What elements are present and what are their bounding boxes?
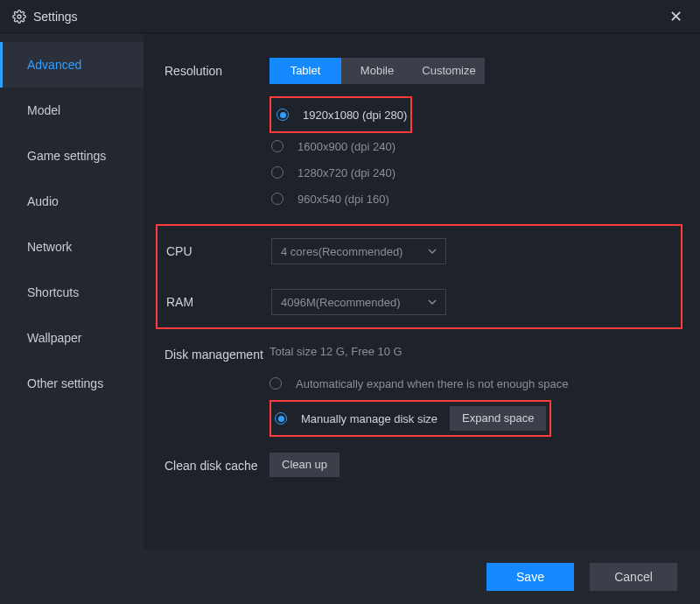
sidebar-item-other-settings[interactable]: Other settings	[0, 361, 144, 406]
sidebar-item-label: Network	[27, 240, 72, 254]
resolution-option-1600[interactable]: 1600x900 (dpi 240)	[271, 133, 682, 159]
close-icon[interactable]: ✕	[663, 9, 688, 25]
tab-mobile[interactable]: Mobile	[341, 58, 413, 84]
highlight-resolution: 1920x1080 (dpi 280)	[270, 96, 412, 133]
sidebar-item-label: Audio	[27, 194, 59, 208]
footer: Save Cancel	[0, 550, 700, 604]
radio-icon	[276, 109, 289, 121]
svg-point-0	[18, 15, 21, 18]
ram-dropdown[interactable]: 4096M(Recommended)	[271, 289, 446, 315]
resolution-mode-tabs: Tablet Mobile Customize	[270, 58, 485, 84]
cancel-button[interactable]: Cancel	[590, 563, 677, 591]
sidebar-item-model[interactable]: Model	[0, 88, 144, 133]
sidebar: Advanced Model Game settings Audio Netwo…	[0, 33, 144, 550]
ram-label: RAM	[161, 289, 271, 310]
highlight-cpu-ram: CPU 4 cores(Recommended) RAM	[156, 224, 682, 329]
cpu-label: CPU	[161, 238, 271, 259]
clean-row: Clean disk cache Clean up	[164, 453, 682, 477]
window-title: Settings	[33, 10, 78, 24]
resolution-options: 1920x1080 (dpi 280) 1600x900 (dpi 240) 1…	[270, 96, 682, 212]
radio-icon	[271, 140, 284, 152]
tab-tablet[interactable]: Tablet	[270, 58, 341, 84]
sidebar-item-label: Shortcuts	[27, 285, 79, 299]
resolution-row: Resolution Tablet Mobile Customize 1920x…	[164, 58, 682, 212]
settings-icon	[12, 10, 26, 24]
sidebar-item-label: Advanced	[27, 58, 81, 72]
clean-up-button[interactable]: Clean up	[270, 453, 340, 477]
radio-icon	[271, 166, 284, 179]
save-button[interactable]: Save	[486, 563, 574, 591]
sidebar-item-label: Other settings	[27, 376, 103, 390]
disk-auto-option[interactable]: Automatically expand when there is not e…	[270, 369, 682, 398]
radio-icon	[271, 193, 284, 205]
cpu-dropdown[interactable]: 4 cores(Recommended)	[271, 238, 446, 264]
disk-info: Total size 12 G, Free 10 G	[270, 341, 682, 358]
tab-customize[interactable]: Customize	[413, 58, 485, 84]
sidebar-item-game-settings[interactable]: Game settings	[0, 133, 144, 179]
main-panel: Resolution Tablet Mobile Customize 1920x…	[144, 33, 700, 550]
sidebar-item-wallpaper[interactable]: Wallpaper	[0, 315, 144, 361]
sidebar-item-shortcuts[interactable]: Shortcuts	[0, 270, 144, 315]
resolution-label: Resolution	[164, 58, 270, 79]
resolution-option-960[interactable]: 960x540 (dpi 160)	[271, 186, 682, 212]
sidebar-item-label: Model	[27, 103, 60, 117]
sidebar-item-audio[interactable]: Audio	[0, 179, 144, 224]
radio-icon	[270, 377, 282, 390]
disk-label: Disk management	[164, 341, 270, 362]
ram-row: RAM 4096M(Recommended)	[161, 289, 665, 315]
expand-space-button[interactable]: Expand space	[450, 406, 546, 431]
sidebar-item-label: Wallpaper	[27, 331, 82, 345]
disk-row: Disk management Total size 12 G, Free 10…	[164, 341, 682, 437]
chevron-down-icon	[428, 298, 437, 306]
disk-manual-option[interactable]: Manually manage disk size Expand space	[275, 405, 546, 432]
titlebar: Settings ✕	[0, 0, 700, 33]
resolution-option-1280[interactable]: 1280x720 (dpi 240)	[271, 159, 682, 186]
clean-label: Clean disk cache	[164, 453, 270, 474]
resolution-option-1920[interactable]: 1920x1080 (dpi 280)	[276, 102, 407, 128]
sidebar-item-label: Game settings	[27, 149, 106, 163]
highlight-disk-manual: Manually manage disk size Expand space	[270, 400, 551, 437]
cpu-row: CPU 4 cores(Recommended)	[161, 238, 665, 264]
radio-icon	[275, 412, 287, 425]
sidebar-item-advanced[interactable]: Advanced	[0, 42, 144, 88]
sidebar-item-network[interactable]: Network	[0, 224, 144, 270]
chevron-down-icon	[428, 247, 437, 256]
